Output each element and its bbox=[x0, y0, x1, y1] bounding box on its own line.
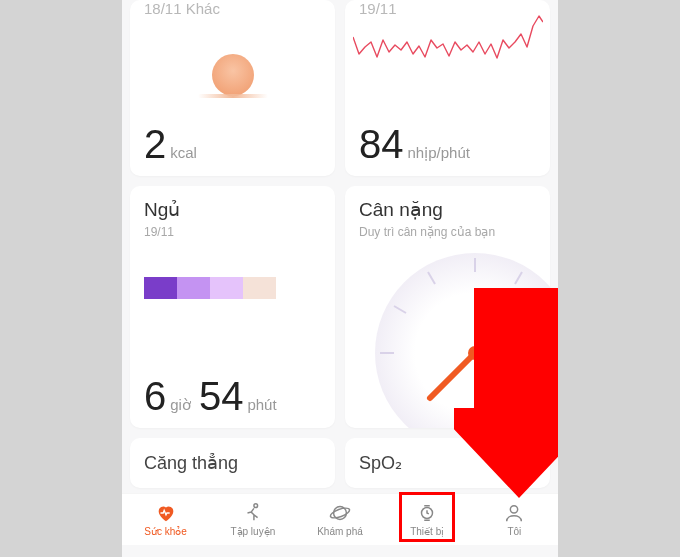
nav-health[interactable]: Sức khỏe bbox=[122, 494, 209, 545]
spo2-card[interactable]: SpO₂ bbox=[345, 438, 550, 488]
heart-sparkline bbox=[353, 12, 543, 92]
svg-point-13 bbox=[511, 506, 518, 513]
bottom-nav: Sức khỏe Tập luyện Khám phá Thiết bị bbox=[122, 493, 558, 545]
sleep-minutes: 54 bbox=[199, 376, 244, 416]
svg-point-0 bbox=[375, 253, 550, 428]
weight-card[interactable]: Cân nặng Duy trì cân nặng của bạn bbox=[345, 186, 550, 428]
nav-health-label: Sức khỏe bbox=[144, 526, 187, 537]
nav-device-label: Thiết bị bbox=[410, 526, 444, 537]
person-icon bbox=[503, 502, 525, 524]
calories-card[interactable]: 18/11 Khác 2 kcal bbox=[130, 0, 335, 176]
nav-exercise[interactable]: Tập luyện bbox=[209, 494, 296, 545]
run-icon bbox=[242, 502, 264, 524]
sunset-icon bbox=[198, 42, 268, 92]
svg-point-8 bbox=[468, 346, 482, 360]
svg-point-11 bbox=[329, 506, 350, 520]
calories-value: 2 bbox=[144, 124, 166, 164]
nav-device[interactable]: Thiết bị bbox=[384, 494, 471, 545]
calories-unit: kcal bbox=[170, 144, 197, 161]
calories-date: 18/11 Khác bbox=[144, 0, 220, 17]
weight-subtitle: Duy trì cân nặng của bạn bbox=[359, 225, 536, 239]
sleep-card[interactable]: Ngủ 19/11 6 giờ 54 phút bbox=[130, 186, 335, 428]
planet-icon bbox=[329, 502, 351, 524]
sleep-date: 19/11 bbox=[144, 225, 321, 239]
weight-title: Cân nặng bbox=[359, 198, 536, 221]
cards-scroll[interactable]: 18/11 Khác 2 kcal 19/11 84 nhịp/phút bbox=[122, 0, 558, 488]
sleep-hours: 6 bbox=[144, 376, 166, 416]
sleep-hours-unit: giờ bbox=[170, 396, 191, 414]
heart-unit: nhịp/phút bbox=[408, 144, 470, 162]
heart-rate-card[interactable]: 19/11 84 nhịp/phút bbox=[345, 0, 550, 176]
nav-explore-label: Khám phá bbox=[317, 526, 363, 537]
svg-point-9 bbox=[254, 504, 258, 508]
gauge-icon bbox=[370, 248, 550, 428]
sleep-title: Ngủ bbox=[144, 198, 321, 221]
sleep-minutes-unit: phút bbox=[247, 396, 276, 413]
stress-title: Căng thẳng bbox=[144, 452, 321, 474]
sleep-bars-icon bbox=[144, 277, 276, 299]
nav-me[interactable]: Tôi bbox=[471, 494, 558, 545]
nav-me-label: Tôi bbox=[507, 526, 521, 537]
watch-icon bbox=[416, 502, 438, 524]
stress-card[interactable]: Căng thẳng bbox=[130, 438, 335, 488]
spo2-title: SpO₂ bbox=[359, 452, 536, 474]
nav-explore[interactable]: Khám phá bbox=[296, 494, 383, 545]
nav-exercise-label: Tập luyện bbox=[230, 526, 275, 537]
heart-value: 84 bbox=[359, 124, 404, 164]
app-screen: 18/11 Khác 2 kcal 19/11 84 nhịp/phút bbox=[122, 0, 558, 557]
heart-icon bbox=[155, 502, 177, 524]
